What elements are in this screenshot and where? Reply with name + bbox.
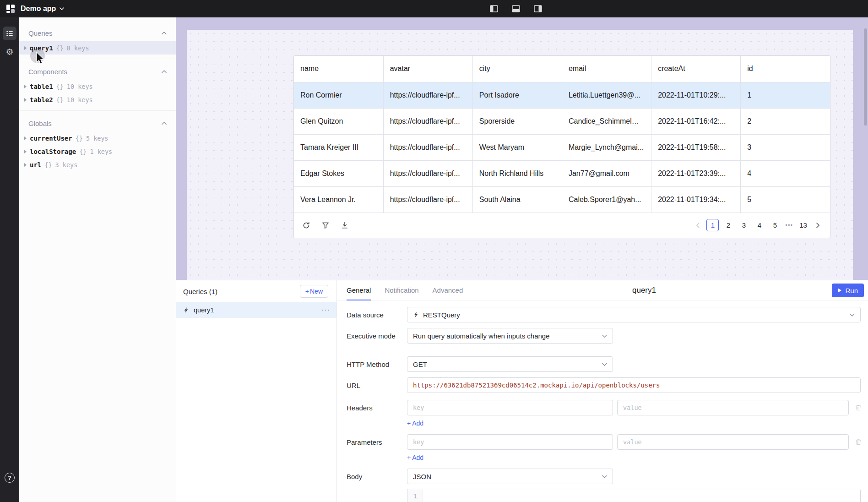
data-tree-icon[interactable] bbox=[3, 27, 16, 40]
header-key-input[interactable] bbox=[407, 400, 613, 415]
parameter-delete-icon[interactable] bbox=[852, 436, 864, 448]
toggle-left-panel-icon[interactable] bbox=[489, 4, 499, 14]
cell: Sporerside bbox=[472, 108, 562, 134]
download-icon[interactable] bbox=[339, 219, 351, 231]
canvas-grid[interactable]: name avatar city email createAt id Ron C… bbox=[187, 30, 853, 280]
tab-advanced[interactable]: Advanced bbox=[433, 280, 463, 300]
sidebar-item-url[interactable]: url {} 3 keys bbox=[19, 158, 176, 171]
table-row[interactable]: Vera Leannon Jr. https://cloudflare-ipf.… bbox=[294, 186, 830, 213]
section-header-globals[interactable]: Globals bbox=[19, 115, 176, 131]
item-keys: 8 keys bbox=[67, 44, 89, 52]
item-name: localStorage bbox=[30, 148, 76, 155]
section-header-queries[interactable]: Queries bbox=[19, 25, 176, 41]
column-header-email[interactable]: email bbox=[562, 56, 651, 82]
column-header-avatar[interactable]: avatar bbox=[383, 56, 472, 82]
body-code-editor[interactable]: 1 bbox=[407, 489, 861, 502]
cell: 1 bbox=[741, 82, 830, 108]
query-list-item-query1[interactable]: query1 ··· bbox=[176, 302, 336, 318]
add-label: Add bbox=[412, 454, 423, 461]
section-header-components[interactable]: Components bbox=[19, 63, 176, 80]
item-keys: 1 keys bbox=[90, 148, 112, 155]
section-title: Components bbox=[28, 68, 162, 76]
filter-icon[interactable] bbox=[320, 219, 331, 231]
table-row[interactable]: Ron Cormier https://cloudflare-ipf... Po… bbox=[294, 82, 830, 108]
pagination-next-icon[interactable] bbox=[813, 220, 824, 231]
data-table: name avatar city email createAt id Ron C… bbox=[294, 56, 830, 213]
app-logo-icon[interactable] bbox=[4, 2, 17, 15]
data-source-select[interactable]: RESTQuery bbox=[407, 307, 861, 322]
cell: https://cloudflare-ipf... bbox=[383, 160, 472, 186]
parameters-label: Parameters bbox=[347, 438, 407, 446]
cell: 4 bbox=[741, 160, 830, 186]
toggle-bottom-panel-icon[interactable] bbox=[511, 4, 521, 14]
cell: Margie_Lynch@gmai... bbox=[562, 134, 651, 160]
table-footer: 1 2 3 4 5 ••• 13 bbox=[294, 213, 830, 238]
toggle-right-panel-icon[interactable] bbox=[533, 4, 543, 14]
parameters-add-button[interactable]: + Add bbox=[407, 453, 423, 463]
body-type-select[interactable]: JSON bbox=[407, 469, 613, 484]
header-value-input[interactable] bbox=[617, 400, 849, 415]
headers-add-button[interactable]: + Add bbox=[407, 418, 423, 428]
sidebar-item-table2[interactable]: table2 {} 10 keys bbox=[19, 93, 176, 106]
sidebar-item-currentuser[interactable]: currentUser {} 5 keys bbox=[19, 131, 176, 145]
header-delete-icon[interactable] bbox=[852, 402, 864, 414]
pagination-page-3[interactable]: 3 bbox=[738, 219, 750, 231]
cell: 2022-11-01T19:58:... bbox=[651, 134, 741, 160]
help-icon[interactable]: ? bbox=[5, 473, 15, 483]
pagination-page-13[interactable]: 13 bbox=[797, 219, 809, 231]
cell: 2022-11-01T10:29:... bbox=[651, 82, 741, 108]
query-item-menu-icon[interactable]: ··· bbox=[321, 306, 330, 314]
sidebar-item-query1[interactable]: query1 {} 8 keys bbox=[19, 41, 176, 55]
tab-general[interactable]: General bbox=[347, 280, 371, 300]
column-header-city[interactable]: city bbox=[472, 56, 562, 82]
body-type-value: JSON bbox=[413, 473, 602, 480]
plus-icon: + bbox=[305, 288, 309, 295]
refresh-icon[interactable] bbox=[300, 219, 312, 231]
cell: Tamara Kreiger III bbox=[294, 134, 383, 160]
cell: 2022-11-01T19:34:... bbox=[651, 186, 741, 213]
new-query-button[interactable]: + New bbox=[300, 285, 328, 298]
cell: Edgar Stokes bbox=[294, 160, 383, 186]
parameter-key-input[interactable] bbox=[407, 434, 613, 450]
cell: Glen Quitzon bbox=[294, 108, 383, 134]
exec-mode-select[interactable]: Run query automatically when inputs chan… bbox=[407, 328, 613, 344]
pagination-ellipsis[interactable]: ••• bbox=[784, 222, 794, 229]
app-name-menu[interactable]: Demo app bbox=[21, 5, 64, 13]
run-button[interactable]: Run bbox=[832, 284, 864, 297]
table-component[interactable]: name avatar city email createAt id Ron C… bbox=[293, 55, 830, 238]
cell: Port Isadore bbox=[472, 82, 562, 108]
pagination-page-1[interactable]: 1 bbox=[706, 219, 719, 231]
chevron-up-icon bbox=[162, 122, 167, 125]
table-row[interactable]: Glen Quitzon https://cloudflare-ipf... S… bbox=[294, 108, 830, 134]
body-label: Body bbox=[347, 473, 407, 480]
chevron-down-icon bbox=[602, 475, 607, 478]
tab-notification[interactable]: Notification bbox=[385, 280, 418, 300]
table-header-row: name avatar city email createAt id bbox=[294, 56, 830, 82]
editor-text-area[interactable] bbox=[423, 489, 860, 502]
plus-icon: + bbox=[407, 420, 411, 427]
column-header-id[interactable]: id bbox=[741, 56, 830, 82]
pagination-page-2[interactable]: 2 bbox=[722, 219, 734, 231]
item-keys: 3 keys bbox=[55, 161, 78, 169]
cell: Ron Cormier bbox=[294, 82, 383, 108]
expand-triangle-icon bbox=[24, 85, 27, 88]
table-row[interactable]: Tamara Kreiger III https://cloudflare-ip… bbox=[294, 134, 830, 160]
item-keys: 10 keys bbox=[67, 83, 93, 90]
parameter-value-input[interactable] bbox=[617, 434, 849, 450]
query-form-header: General Notification Advanced query1 Run bbox=[337, 280, 868, 300]
column-header-createat[interactable]: createAt bbox=[651, 56, 741, 82]
sidebar-item-localstorage[interactable]: localStorage {} 1 keys bbox=[19, 145, 176, 158]
column-header-name[interactable]: name bbox=[294, 56, 383, 82]
pagination-prev-icon[interactable] bbox=[692, 220, 703, 231]
pagination-page-4[interactable]: 4 bbox=[753, 219, 765, 231]
http-method-value: GET bbox=[413, 360, 602, 368]
settings-gear-icon[interactable]: ⚙ bbox=[5, 48, 13, 56]
canvas-scrollbar[interactable] bbox=[864, 28, 867, 126]
chevron-down-icon bbox=[602, 334, 607, 338]
url-input[interactable]: https://63621db87521369cd06514c2.mockapi… bbox=[407, 377, 861, 393]
pagination-page-5[interactable]: 5 bbox=[769, 219, 781, 231]
http-method-select[interactable]: GET bbox=[407, 356, 613, 372]
table-row[interactable]: Edgar Stokes https://cloudflare-ipf... N… bbox=[294, 160, 830, 186]
sidebar-item-table1[interactable]: table1 {} 10 keys bbox=[19, 80, 176, 93]
app-name: Demo app bbox=[21, 5, 56, 13]
